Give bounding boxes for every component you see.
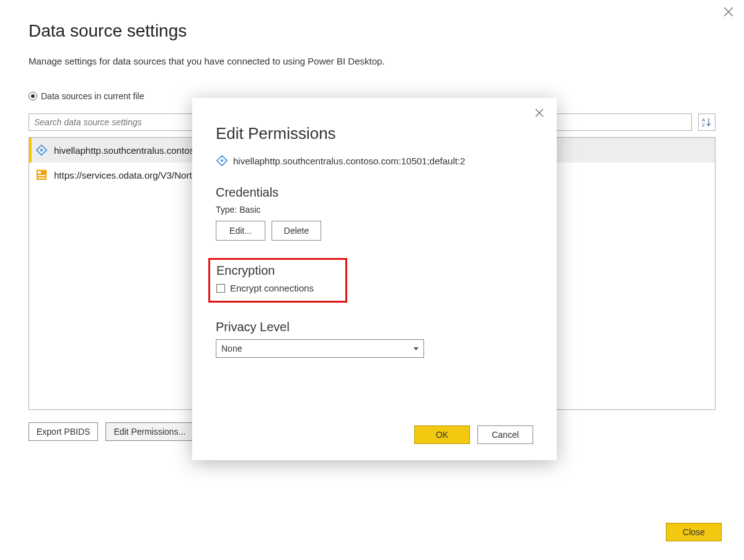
sort-button[interactable]: A Z [698, 113, 715, 131]
chevron-down-icon [414, 347, 418, 350]
export-pbids-button[interactable]: Export PBIDS [29, 422, 98, 441]
encrypt-connections-label: Encrypt connections [230, 283, 314, 293]
privacy-heading: Privacy Level [216, 320, 533, 334]
encryption-heading: Encryption [216, 264, 339, 278]
checkbox-icon [216, 284, 225, 293]
diamond-icon [216, 154, 228, 167]
scope-radio-label: Data sources in current file [41, 91, 144, 101]
svg-rect-6 [38, 177, 45, 179]
svg-point-2 [40, 149, 43, 151]
dialog-close-button[interactable] [534, 108, 546, 119]
svg-point-7 [221, 159, 223, 162]
svg-rect-5 [38, 175, 45, 176]
dialog-source-label: hivellaphttp.southcentralus.contoso.com:… [233, 156, 465, 166]
ok-button[interactable]: OK [414, 425, 470, 444]
privacy-level-select[interactable]: None [216, 339, 424, 358]
cancel-button[interactable]: Cancel [477, 425, 533, 444]
credentials-heading: Credentials [216, 185, 533, 200]
close-button[interactable]: Close [666, 523, 722, 541]
credentials-type: Type: Basic [216, 205, 533, 215]
page-title: Data source settings [29, 21, 715, 41]
encrypt-connections-checkbox[interactable]: Encrypt connections [216, 283, 339, 293]
svg-text:Z: Z [702, 122, 705, 128]
window-close-button[interactable] [723, 6, 735, 19]
dialog-title: Edit Permissions [216, 124, 533, 143]
privacy-level-value: None [221, 344, 242, 353]
encryption-highlight: Encryption Encrypt connections [208, 258, 347, 303]
credentials-edit-button[interactable]: Edit... [216, 221, 265, 241]
diamond-icon [35, 144, 48, 156]
edit-permissions-dialog: Edit Permissions hivellaphttp.southcentr… [192, 98, 557, 460]
radio-icon [29, 92, 37, 100]
edit-permissions-button[interactable]: Edit Permissions... [105, 422, 193, 441]
credentials-delete-button[interactable]: Delete [272, 221, 321, 241]
svg-rect-4 [38, 171, 41, 174]
odata-icon [35, 169, 48, 181]
page-subtitle: Manage settings for data sources that yo… [29, 56, 715, 66]
